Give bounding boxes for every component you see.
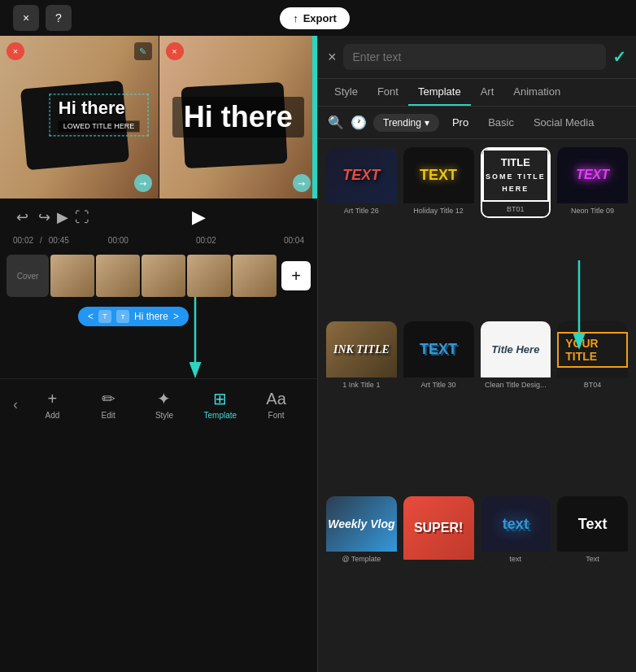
text-plain-text: Text [578, 516, 608, 533]
video-previews: Hi there LOWED TITLE HERE × ✎ ↗ Hi there… [0, 36, 317, 199]
time-duration: 00:45 [49, 236, 69, 245]
weekly-vlog-thumb: Weekly Vlog [326, 496, 397, 552]
right-video-bg: Hi there [159, 36, 318, 199]
help-button[interactable]: ? [46, 5, 72, 31]
filter-row: 🔍 🕐 Trending ▾ Pro Basic Social Media [318, 107, 636, 139]
bt01-thumb: TITLESOME TITLE HERE [482, 149, 550, 202]
add-label: Add [46, 411, 60, 420]
add-thumb-button[interactable]: + [281, 261, 311, 290]
track-expand-left[interactable]: < [88, 311, 94, 322]
export-icon: ↑ [293, 12, 298, 24]
left-preview-edit[interactable]: ✎ [134, 42, 152, 60]
template-bt01[interactable]: TITLESOME TITLE HERE BT01 [481, 147, 551, 218]
main-area: Hi there LOWED TITLE HERE × ✎ ↗ Hi there… [0, 36, 636, 672]
holiday-title-thumb: TEXT [403, 147, 474, 203]
filter-pro[interactable]: Pro [446, 113, 475, 132]
text-3d-text: text [503, 516, 529, 533]
template-label: Template [204, 411, 237, 420]
neon-text: TEXT [576, 168, 609, 182]
time-start: 00:02 [13, 236, 33, 245]
art-title-26-thumb: TEXT [326, 147, 397, 203]
close-panel-button[interactable]: × [328, 49, 337, 66]
left-preview-close[interactable]: × [7, 42, 24, 60]
template-holiday-title-12[interactable]: TEXT Holiday Title 12 [403, 147, 474, 218]
left-video-bg: Hi there LOWED TITLE HERE [0, 36, 159, 199]
template-text-plain[interactable]: Text Text [557, 496, 628, 567]
holiday-text: TEXT [420, 167, 457, 184]
template-art-title-26[interactable]: TEXT Art Title 26 [326, 147, 397, 218]
text-3d-thumb: text [481, 496, 551, 552]
time-zero: 00:00 [108, 236, 129, 245]
tab-template[interactable]: Template [408, 79, 471, 106]
play-button-2[interactable]: ▶ [189, 203, 209, 231]
edit-label: Edit [102, 411, 115, 420]
art-title-30-label: Art Title 30 [403, 377, 474, 392]
video-thumb-3[interactable] [142, 255, 185, 297]
tab-art[interactable]: Art [471, 79, 504, 106]
template-ink-title-1[interactable]: INK TITLE 1 Ink Title 1 [326, 321, 397, 392]
tab-animation[interactable]: Animation [503, 79, 570, 106]
text-overlay-box[interactable]: Hi there LOWED TITLE HERE [50, 94, 148, 136]
add-icon: + [48, 390, 58, 408]
super-text: SUPER! [414, 521, 463, 535]
clean-title-thumb: Title Here [481, 321, 551, 377]
video-thumb-4[interactable] [187, 255, 231, 297]
cyan-arrow-svg [146, 297, 244, 395]
undo-button[interactable]: ↩ [13, 205, 32, 229]
trending-label: Trending [383, 117, 421, 129]
font-tool[interactable]: Aa Font [248, 386, 304, 423]
template-super[interactable]: SUPER! [403, 496, 474, 567]
edit-tool[interactable]: ✏ Edit [81, 386, 137, 423]
right-video-preview: Hi there × ↗ [159, 36, 318, 199]
bt01-text: TITLESOME TITLE HERE [484, 156, 548, 194]
template-neon-title-09[interactable]: TEXT Neon Title 09 [557, 147, 628, 218]
right-preview-close[interactable]: × [166, 42, 184, 60]
art-title-26-text: TEXT [342, 167, 380, 184]
left-panel: Hi there LOWED TITLE HERE × ✎ ↗ Hi there… [0, 36, 317, 672]
template-bt04[interactable]: YOUR TITLE BT04 [557, 321, 628, 392]
close-button[interactable]: × [13, 5, 39, 31]
video-thumb-2[interactable] [96, 255, 140, 297]
ink-title-label: 1 Ink Title 1 [326, 377, 397, 392]
text-plain-thumb: Text [557, 496, 628, 552]
filter-basic[interactable]: Basic [481, 113, 521, 132]
cover-thumb: Cover [7, 255, 49, 297]
template-clean-title[interactable]: Title Here Clean Title Desig... [481, 321, 551, 392]
neon-title-thumb: TEXT [557, 147, 628, 203]
left-video-preview: Hi there LOWED TITLE HERE × ✎ ↗ [0, 36, 159, 199]
search-icon[interactable]: 🔍 [328, 115, 344, 130]
fullscreen-button[interactable]: ⛶ [72, 206, 93, 229]
tab-style[interactable]: Style [325, 79, 368, 106]
history-icon[interactable]: 🕐 [351, 115, 367, 130]
template-weekly-vlog[interactable]: Weekly Vlog @ Template [326, 496, 397, 567]
play-button[interactable]: ▶ [54, 205, 72, 229]
font-label: Font [268, 411, 285, 420]
add-tool[interactable]: + Add [24, 386, 81, 423]
confirm-button[interactable]: ✓ [612, 47, 626, 67]
top-bar-left: × ? [13, 5, 72, 31]
time-labels: 00:02 / 00:45 00:00 00:02 00:04 [0, 236, 317, 248]
export-button[interactable]: ↑ Export [280, 7, 350, 29]
time-four: 00:04 [284, 236, 304, 245]
tab-font[interactable]: Font [368, 79, 408, 106]
trending-button[interactable]: Trending ▾ [373, 114, 439, 132]
cover-label: Cover [17, 272, 39, 281]
time-two: 00:02 [196, 236, 216, 245]
tabs: Style Font Template Art Animation [318, 79, 636, 107]
template-art-title-30[interactable]: TEXT Art Title 30 [403, 321, 474, 392]
neon-title-label: Neon Title 09 [557, 203, 628, 218]
art-title-30-thumb: TEXT [403, 321, 474, 377]
clean-title-label: Clean Title Desig... [481, 377, 551, 392]
clean-text: Title Here [491, 343, 539, 356]
art-title-26-label: Art Title 26 [326, 203, 397, 218]
redo-button[interactable]: ↪ [35, 205, 54, 229]
chevron-left-icon[interactable]: ‹ [13, 396, 18, 413]
video-thumb-5[interactable] [233, 255, 277, 297]
video-thumb-1[interactable] [50, 255, 94, 297]
bt04-thumb: YOUR TITLE [557, 321, 628, 377]
filter-social-media[interactable]: Social Media [527, 113, 600, 132]
template-grid: TEXT Art Title 26 TEXT Holiday Title 12 … [318, 139, 636, 672]
template-text-3d[interactable]: text text [481, 496, 551, 567]
text-3d-label: text [481, 552, 551, 566]
text-input-field[interactable] [343, 44, 606, 70]
